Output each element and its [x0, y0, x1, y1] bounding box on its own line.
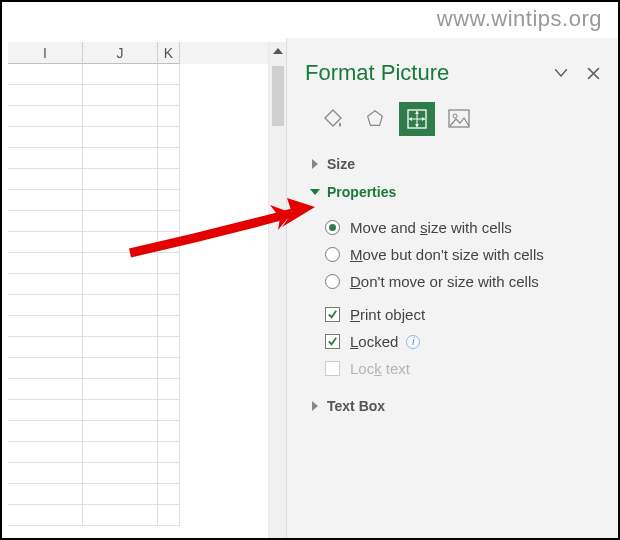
cell[interactable]	[83, 274, 158, 295]
cell[interactable]	[158, 358, 180, 379]
cell[interactable]	[158, 463, 180, 484]
cell[interactable]	[83, 169, 158, 190]
cell[interactable]	[158, 85, 180, 106]
cell[interactable]	[83, 463, 158, 484]
cell[interactable]	[8, 295, 83, 316]
grid-row	[8, 169, 268, 190]
cell[interactable]	[8, 379, 83, 400]
cell[interactable]	[83, 505, 158, 526]
cell[interactable]	[83, 400, 158, 421]
cell[interactable]	[158, 211, 180, 232]
grid-row	[8, 358, 268, 379]
cell[interactable]	[158, 253, 180, 274]
cell[interactable]	[8, 505, 83, 526]
cell[interactable]	[8, 484, 83, 505]
cell[interactable]	[8, 442, 83, 463]
cell[interactable]	[83, 106, 158, 127]
cell[interactable]	[158, 400, 180, 421]
panel-options-dropdown[interactable]	[552, 64, 570, 82]
cell[interactable]	[158, 421, 180, 442]
cell[interactable]	[83, 64, 158, 85]
cell[interactable]	[8, 253, 83, 274]
cell[interactable]	[158, 190, 180, 211]
cell[interactable]	[8, 190, 83, 211]
checkbox-option-1[interactable]: Lockedi	[325, 328, 610, 355]
cell[interactable]	[8, 169, 83, 190]
radio-option-0[interactable]: Move and size with cells	[325, 214, 610, 241]
cell[interactable]	[158, 379, 180, 400]
cell[interactable]	[8, 127, 83, 148]
cell[interactable]	[8, 211, 83, 232]
cell[interactable]	[83, 358, 158, 379]
cell[interactable]	[8, 232, 83, 253]
cell[interactable]	[83, 379, 158, 400]
grid-row	[8, 211, 268, 232]
cell[interactable]	[8, 463, 83, 484]
cell[interactable]	[158, 106, 180, 127]
vertical-scrollbar[interactable]	[268, 42, 286, 540]
cell[interactable]	[158, 484, 180, 505]
column-header-I[interactable]: I	[8, 42, 83, 64]
cell[interactable]	[158, 127, 180, 148]
cell[interactable]	[8, 421, 83, 442]
column-header-J[interactable]: J	[83, 42, 158, 64]
grid-row	[8, 316, 268, 337]
radio-option-2[interactable]: Don't move or size with cells	[325, 268, 610, 295]
cell[interactable]	[8, 64, 83, 85]
grid-row	[8, 505, 268, 526]
grid-row	[8, 421, 268, 442]
cell-grid[interactable]	[8, 64, 268, 540]
cell[interactable]	[8, 400, 83, 421]
tab-effects[interactable]	[357, 102, 393, 136]
radio-option-1[interactable]: Move but don't size with cells	[325, 241, 610, 268]
cell[interactable]	[83, 232, 158, 253]
checkbox-label: Lock text	[350, 360, 410, 377]
scroll-track[interactable]	[269, 60, 286, 540]
column-header-K[interactable]: K	[158, 42, 180, 64]
scroll-thumb[interactable]	[272, 66, 284, 126]
cell[interactable]	[158, 442, 180, 463]
cell[interactable]	[158, 274, 180, 295]
cell[interactable]	[8, 358, 83, 379]
cell[interactable]	[8, 337, 83, 358]
cell[interactable]	[83, 148, 158, 169]
cell[interactable]	[83, 316, 158, 337]
cell[interactable]	[83, 421, 158, 442]
close-button[interactable]	[584, 64, 602, 82]
cell[interactable]	[8, 274, 83, 295]
cell[interactable]	[158, 64, 180, 85]
cell[interactable]	[158, 316, 180, 337]
cell[interactable]	[83, 85, 158, 106]
tab-size-properties[interactable]	[399, 102, 435, 136]
grid-row	[8, 232, 268, 253]
tab-picture[interactable]	[441, 102, 477, 136]
cell[interactable]	[8, 106, 83, 127]
cell[interactable]	[158, 505, 180, 526]
checkbox-icon	[325, 334, 340, 349]
scroll-up-button[interactable]	[270, 42, 286, 60]
cell[interactable]	[158, 295, 180, 316]
cell[interactable]	[83, 253, 158, 274]
cell[interactable]	[83, 295, 158, 316]
cell[interactable]	[83, 211, 158, 232]
checkbox-option-0[interactable]: Print object	[325, 301, 610, 328]
cell[interactable]	[158, 148, 180, 169]
cell[interactable]	[158, 232, 180, 253]
cell[interactable]	[83, 337, 158, 358]
cell[interactable]	[158, 169, 180, 190]
checkbox-icon	[325, 361, 340, 376]
cell[interactable]	[83, 484, 158, 505]
cell[interactable]	[83, 442, 158, 463]
section-properties[interactable]: Properties	[287, 178, 620, 206]
cell[interactable]	[8, 148, 83, 169]
cell[interactable]	[158, 337, 180, 358]
cell[interactable]	[8, 316, 83, 337]
cell[interactable]	[8, 85, 83, 106]
tab-fill[interactable]	[315, 102, 351, 136]
cell[interactable]	[83, 190, 158, 211]
info-icon[interactable]: i	[406, 335, 420, 349]
section-textbox[interactable]: Text Box	[287, 392, 620, 420]
grid-row	[8, 442, 268, 463]
cell[interactable]	[83, 127, 158, 148]
section-size[interactable]: Size	[287, 150, 620, 178]
